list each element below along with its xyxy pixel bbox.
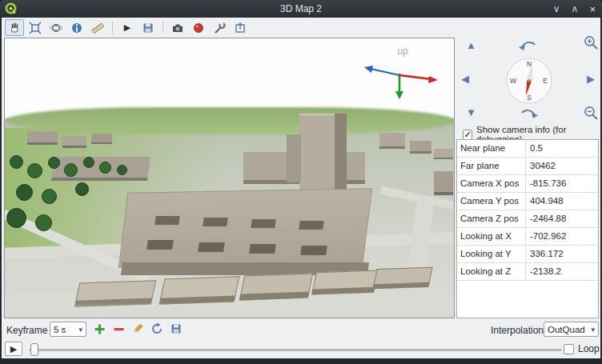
checkbox-unchecked-icon xyxy=(564,344,574,354)
camera-icon xyxy=(171,22,184,34)
camera-info-label: Looking at Y xyxy=(457,246,526,262)
camera-info-label: Camera X pos xyxy=(457,175,526,192)
camera-info-label: Camera Y pos xyxy=(457,193,526,210)
minimize-button[interactable]: ∨ xyxy=(553,3,560,14)
camera-pan-tool-button[interactable] xyxy=(5,19,24,36)
remove-keyframe-button[interactable] xyxy=(110,321,126,337)
add-keyframe-button[interactable] xyxy=(91,321,107,337)
camera-info-label: Near plane xyxy=(457,140,526,157)
interpolation-select[interactable]: OutQuad ▾ xyxy=(544,322,599,337)
scene-warehouse xyxy=(372,267,432,290)
scene-tall-building xyxy=(299,114,335,190)
scene-building xyxy=(27,131,58,145)
scene-effects-button[interactable] xyxy=(189,19,208,36)
orbit-camera-button[interactable] xyxy=(46,19,66,36)
loop-checkbox[interactable]: Loop xyxy=(564,343,600,354)
camera-info-table: Near plane 0.5 Far plane 30462 Camera X … xyxy=(456,139,599,318)
play-animation-button[interactable]: ▶ xyxy=(118,19,137,36)
maximize-button[interactable]: ∧ xyxy=(572,3,579,14)
nav-up-button[interactable]: ▲ xyxy=(466,40,476,50)
table-row[interactable]: Camera Z pos -2464.88 xyxy=(457,210,598,228)
save-as-image-button[interactable] xyxy=(138,19,158,36)
measure-ruler-icon xyxy=(91,22,104,34)
axis-up-label: up xyxy=(397,46,408,57)
export-scene-button[interactable] xyxy=(231,19,250,36)
scene-tall-building-side xyxy=(335,114,347,190)
nav-left-button[interactable]: ◀ xyxy=(461,74,469,84)
scene-tree xyxy=(99,162,111,174)
keyframe-label: Keyframe xyxy=(6,325,47,336)
table-row[interactable]: Looking at X -702.962 xyxy=(457,228,598,246)
camera-info-value: 0.5 xyxy=(526,140,598,157)
scene-roof-vent xyxy=(155,216,180,225)
pan-hand-icon xyxy=(8,22,21,34)
table-row[interactable]: Looking at Z -2138.2 xyxy=(457,263,598,281)
camera-settings-button[interactable] xyxy=(168,19,187,36)
toolbar-separator xyxy=(112,22,113,34)
scene-tree xyxy=(75,182,89,196)
scene-foreground xyxy=(5,302,455,318)
tilt-up-button[interactable] xyxy=(519,38,538,51)
table-row[interactable]: Near plane 0.5 xyxy=(457,140,598,158)
chevron-down-icon: ▾ xyxy=(591,326,595,334)
compass-south-label: S xyxy=(527,94,532,102)
scene-tree xyxy=(117,165,127,175)
scene-tree xyxy=(64,163,78,177)
titlebar[interactable]: 3D Map 2 ∨ ∧ × xyxy=(0,0,602,18)
table-row[interactable]: Far plane 30462 xyxy=(457,158,598,175)
refresh-icon xyxy=(150,322,163,335)
scene-warehouse xyxy=(239,273,314,300)
timeline-slider-track[interactable] xyxy=(29,349,562,351)
red-sphere-icon xyxy=(192,22,205,34)
scene-tree xyxy=(6,208,26,228)
camera-info-value: -2138.2 xyxy=(526,263,598,280)
scene-tree xyxy=(27,163,42,178)
scene-tree xyxy=(16,184,33,201)
timeline-slider-handle[interactable] xyxy=(30,343,38,356)
configure-button[interactable] xyxy=(210,19,229,36)
identify-button[interactable] xyxy=(67,19,86,36)
play-icon: ▶ xyxy=(124,22,130,33)
scene-tree xyxy=(42,189,57,204)
table-row[interactable]: Looking at Y 336.172 xyxy=(457,246,598,263)
measure-line-button[interactable] xyxy=(88,19,107,36)
zoom-full-extent-button[interactable] xyxy=(26,19,45,36)
chevron-down-icon: ▾ xyxy=(78,326,82,334)
table-row[interactable]: Camera X pos -815.736 xyxy=(457,175,598,193)
scene-roof-vent xyxy=(249,244,276,254)
camera-info-label: Far plane xyxy=(457,158,526,174)
camera-info-value: 404.948 xyxy=(526,193,598,210)
keyframe-select[interactable]: 5 s ▾ xyxy=(50,322,86,337)
camera-info-value: 336.172 xyxy=(526,246,598,262)
save-image-icon xyxy=(142,22,155,34)
table-row[interactable]: Camera Y pos 404.948 xyxy=(457,193,598,210)
scene-building xyxy=(410,141,431,154)
compass-dial[interactable]: N E S W xyxy=(504,56,554,106)
close-button[interactable]: × xyxy=(589,3,596,15)
timeline-play-button[interactable]: ▶ xyxy=(5,342,22,356)
edit-keyframe-button[interactable] xyxy=(130,321,146,337)
window-title: 3D Map 2 xyxy=(0,0,602,18)
scene-building xyxy=(91,134,112,144)
camera-info-label: Looking at X xyxy=(457,228,526,245)
scene-tree xyxy=(10,155,23,169)
zoom-in-button[interactable] xyxy=(584,35,598,50)
zoom-out-button[interactable] xyxy=(584,106,598,120)
update-keyframe-button[interactable] xyxy=(149,321,165,337)
qgis-3d-map-window: 3D Map 2 ∨ ∧ × xyxy=(0,0,602,364)
scene-roof-vent xyxy=(203,218,228,226)
interpolation-label: Interpolation xyxy=(491,325,544,336)
export-animation-button[interactable] xyxy=(168,321,184,337)
scene-roof-vent xyxy=(146,240,174,250)
wrench-icon xyxy=(213,22,226,34)
export-icon xyxy=(234,22,247,34)
axis-gizmo: up xyxy=(353,43,445,101)
loop-label: Loop xyxy=(578,343,600,354)
nav-right-button[interactable]: ▶ xyxy=(587,74,595,84)
3d-scene-viewport[interactable]: up xyxy=(4,38,455,318)
play-icon: ▶ xyxy=(10,344,17,354)
compass-north-label: N xyxy=(527,60,532,68)
nav-down-button[interactable]: ▼ xyxy=(466,107,476,118)
floppy-disk-icon xyxy=(170,322,183,335)
tilt-down-button[interactable] xyxy=(519,106,538,119)
